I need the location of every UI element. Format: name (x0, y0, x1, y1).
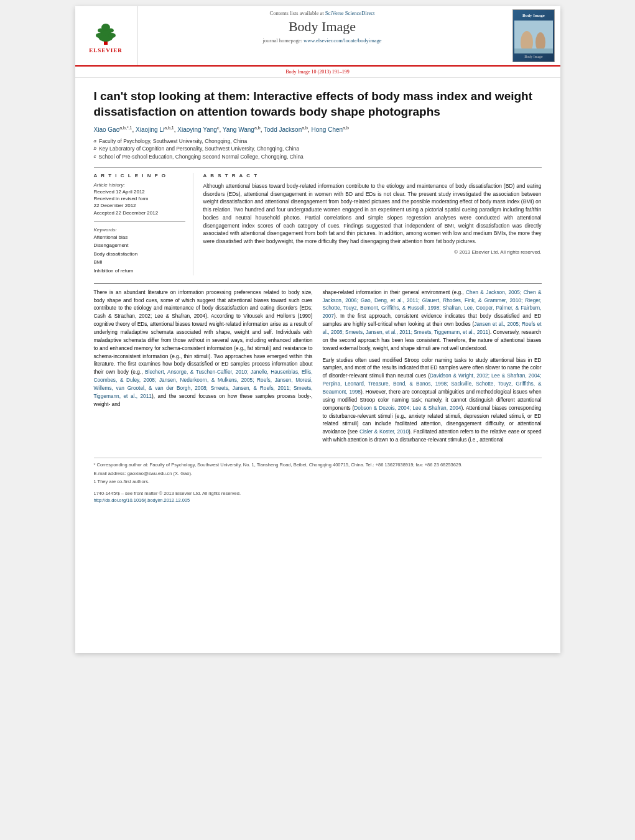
revised-date: 22 December 2012 (94, 202, 185, 209)
sciverse-prefix: Contents lists available at (270, 10, 324, 16)
author-todd-jackson: Todd Jackson (264, 127, 302, 134)
authors-line: Xiao Gaoa,b,*,1, Xiaojing Lia,b,1, Xiaoy… (94, 126, 542, 133)
page: ELSEVIER Contents lists available at Sci… (75, 6, 560, 653)
svg-point-5 (108, 33, 116, 38)
keywords-label: Keywords: (94, 227, 185, 233)
divider-1 (94, 167, 542, 168)
homepage-prefix: journal homepage: (262, 37, 302, 44)
abstract-text: Although attentional biases toward body-… (203, 182, 542, 246)
body-col-2: shape-related information in their gener… (323, 288, 542, 448)
author-xiao-gao: Xiao Gao (94, 127, 120, 134)
affil-text-c: School of Pre-school Education, Chongqin… (99, 153, 304, 161)
info-divider (94, 221, 185, 222)
inline-ref-2: Chen & Jackson, 2005; Chen & Jackson, 20… (323, 289, 542, 320)
cover-title: Body Image (522, 13, 545, 18)
article-info-column: A R T I C L E I N F O Article history: R… (94, 173, 193, 275)
body-columns: There is an abundant literature on infor… (94, 288, 542, 448)
cover-volume: Body Image (524, 55, 543, 58)
revised-label: Received in revised form (94, 195, 185, 202)
journal-title: Body Image (289, 19, 356, 35)
inline-ref-5: Dobson & Dozois, 2004; Lee & Shafran, 20… (354, 405, 461, 411)
keyword-3: Body dissatisfaction (94, 250, 185, 259)
journal-header: ELSEVIER Contents lists available at Sci… (75, 6, 560, 67)
affil-text-b: Key Laboratory of Cognition and Personal… (99, 145, 299, 153)
elsevier-logo-section: ELSEVIER (75, 6, 137, 65)
doi-line[interactable]: http://dx.doi.org/10.1016/j.bodyim.2012.… (94, 497, 542, 503)
svg-rect-8 (514, 21, 553, 53)
keyword-1: Attentional bias (94, 233, 185, 242)
cover-image (514, 21, 553, 53)
elsevier-text: ELSEVIER (89, 47, 123, 53)
inline-ref-3: Jansen et al., 2005; Roefs et al., 2008;… (323, 321, 542, 335)
footnote-3: 1 They are co-first authors. (94, 479, 542, 486)
footnote-2: E-mail address: gaoxiao@swu.edu.cn (X. G… (94, 471, 542, 478)
footnote-1: * Corresponding author at: Faculty of Ps… (94, 462, 542, 469)
keywords-list: Attentional bias Disengagement Body diss… (94, 233, 185, 275)
sciverse-line: Contents lists available at SciVerse Sci… (270, 10, 375, 16)
author-xiaoying-yang: Xiaoying Yang (177, 127, 217, 134)
body-para-2: shape-related information in their gener… (323, 288, 542, 353)
inline-ref-6: Cisler & Koster, 2010 (359, 428, 409, 435)
sciverse-link[interactable]: SciVerse ScienceDirect (325, 10, 375, 16)
svg-point-4 (96, 33, 103, 38)
received-date: Received 12 April 2012 (94, 188, 185, 195)
footer: * Corresponding author at: Faculty of Ps… (94, 458, 542, 503)
body-col-1: There is an abundant literature on infor… (94, 288, 313, 448)
accepted-date: Accepted 22 December 2012 (94, 210, 185, 216)
body-para-3: Early studies often used modified Stroop… (323, 356, 542, 444)
affil-b: b Key Laboratory of Cognition and Person… (94, 145, 542, 153)
keyword-5: Inhibition of return (94, 267, 185, 275)
affil-a: a Faculty of Psychology, Southwest Unive… (94, 137, 542, 145)
svg-point-6 (98, 29, 104, 33)
affiliations: a Faculty of Psychology, Southwest Unive… (94, 137, 542, 161)
inline-ref-1: Blechert, Ansorge, & Tuschen-Caffier, 20… (94, 369, 313, 399)
affil-label-c: c (94, 153, 96, 161)
affil-c: c School of Pre-school Education, Chongq… (94, 153, 542, 161)
volume-info: Body Image 10 (2013) 191–199 (285, 69, 350, 75)
author-xiaojing-li: Xiaojing Li (136, 127, 164, 134)
body-divider (94, 283, 542, 284)
journal-cover: Body Image Body Image (512, 9, 555, 62)
homepage-line: journal homepage: www.elsevier.com/locat… (262, 37, 381, 44)
homepage-link[interactable]: www.elsevier.com/locate/bodyimage (304, 37, 382, 44)
issn-line: 1740-1445/$ – see front matter © 2013 El… (94, 491, 241, 496)
footer-bottom: 1740-1445/$ – see front matter © 2013 El… (94, 491, 542, 496)
elsevier-tree-icon (87, 18, 124, 46)
article-info-header: A R T I C L E I N F O (94, 173, 185, 178)
journal-cover-section: Body Image Body Image (508, 6, 560, 65)
author-yang-wang: Yang Wang (223, 127, 254, 134)
body-para-1: There is an abundant literature on infor… (94, 288, 313, 408)
abstract-column: A B S T R A C T Although attentional bia… (203, 173, 542, 275)
svg-point-7 (108, 29, 114, 33)
journal-header-center: Contents lists available at SciVerse Sci… (137, 6, 508, 65)
inline-ref-4: Davidson & Wright, 2002; Lee & Shafran, … (323, 372, 542, 395)
affil-label-a: a (94, 137, 96, 145)
article-content: I can't stop looking at them: Interactiv… (75, 78, 560, 514)
history-label: Article history: (94, 182, 185, 188)
article-title: I can't stop looking at them: Interactiv… (94, 89, 542, 119)
info-abstract-section: A R T I C L E I N F O Article history: R… (94, 173, 542, 275)
author-hong-chen: Hong Chen (312, 127, 343, 134)
affil-text-a: Faculty of Psychology, Southwest Univers… (99, 137, 247, 145)
svg-rect-11 (514, 48, 553, 53)
copyright: © 2013 Elsevier Ltd. All rights reserved… (203, 249, 542, 255)
abstract-header: A B S T R A C T (203, 173, 542, 178)
cover-art-icon (514, 21, 553, 53)
keyword-4: BMI (94, 258, 185, 267)
affil-label-b: b (94, 145, 96, 153)
keyword-2: Disengagement (94, 241, 185, 250)
article-top-bar: Body Image 10 (2013) 191–199 (75, 67, 560, 78)
elsevier-logo: ELSEVIER (87, 18, 124, 53)
